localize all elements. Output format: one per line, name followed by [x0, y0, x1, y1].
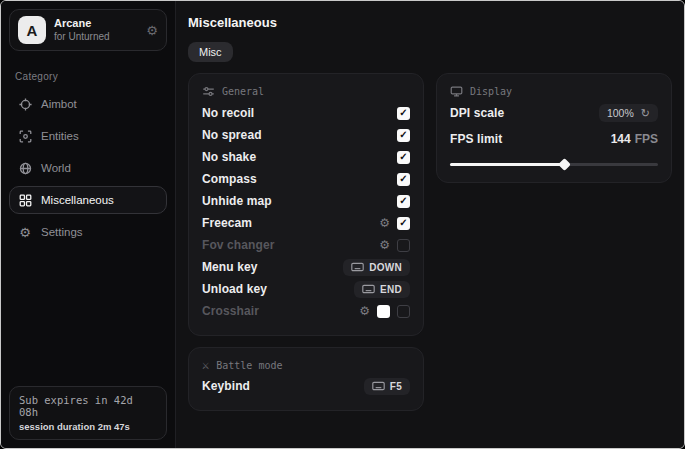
color-swatch[interactable] [377, 305, 390, 318]
sidebar-nav: Aimbot Entities World Miscellaneous [1, 88, 175, 248]
tab-misc[interactable]: Misc [188, 42, 233, 62]
keybind-value: F5 [390, 381, 402, 392]
swords-icon: ⚔ [202, 359, 209, 371]
category-label: Category [15, 71, 161, 82]
display-panel-header: Display [450, 85, 658, 98]
setting-row-fps-limit: FPS limit 144FPS [450, 128, 658, 150]
sidebar-item-label: Entities [41, 130, 79, 142]
app-title: Arcane [54, 17, 138, 30]
dpi-scale-value: 100% [607, 107, 634, 119]
fps-limit-slider[interactable] [450, 159, 658, 169]
slider-fill [450, 163, 564, 166]
setting-row-no-spread: No spread [202, 124, 410, 146]
left-column: General No recoil No spread No shake [188, 73, 424, 411]
sidebar-item-world[interactable]: World [9, 154, 167, 182]
setting-label: Unhide map [202, 194, 272, 208]
setting-label: No recoil [202, 106, 254, 120]
battle-mode-panel-header: ⚔ Battle mode [202, 359, 410, 371]
setting-label: Menu key [202, 260, 258, 274]
keyboard-icon [351, 262, 364, 272]
sidebar: A Arcane for Unturned ⚙ Category Aimbot … [1, 1, 176, 448]
keybind-button[interactable]: F5 [364, 378, 410, 395]
setting-row-freecam: Freecam ⚙ [202, 212, 410, 234]
grid-icon [18, 193, 32, 207]
setting-row-no-shake: No shake [202, 146, 410, 168]
reset-icon[interactable]: ↻ [641, 108, 650, 119]
setting-label: No spread [202, 128, 262, 142]
entities-scan-icon [18, 129, 32, 143]
sub-expires-text: Sub expires in 42d 08h [19, 394, 157, 418]
gear-icon[interactable]: ⚙ [359, 305, 370, 317]
fps-limit-unit: FPS [635, 132, 658, 146]
keyboard-icon [372, 381, 385, 391]
right-column: Display DPI scale 100% ↻ FPS limit [436, 73, 672, 183]
setting-row-keybind: Keybind F5 [202, 375, 410, 397]
checkbox[interactable] [397, 305, 410, 318]
setting-row-dpi-scale: DPI scale 100% ↻ [450, 102, 658, 124]
general-panel: General No recoil No spread No shake [188, 73, 424, 336]
keybind-button[interactable]: END [354, 281, 410, 298]
setting-row-no-recoil: No recoil [202, 102, 410, 124]
setting-label: Fov changer [202, 238, 274, 252]
checkbox[interactable] [397, 129, 410, 142]
checkbox[interactable] [397, 195, 410, 208]
sidebar-item-label: World [41, 162, 71, 174]
panel-header-label: Battle mode [216, 360, 282, 371]
sidebar-item-settings[interactable]: ⚙ Settings [9, 218, 167, 246]
sliders-icon [202, 85, 215, 98]
slider-handle[interactable] [559, 158, 572, 171]
globe-icon [18, 161, 32, 175]
panels-area: General No recoil No spread No shake [188, 73, 672, 411]
setting-label: Keybind [202, 379, 250, 393]
checkbox[interactable] [397, 173, 410, 186]
general-panel-header: General [202, 85, 410, 98]
setting-label: Compass [202, 172, 257, 186]
sidebar-item-label: Aimbot [41, 98, 77, 110]
gear-icon: ⚙ [18, 225, 32, 239]
main-content: Miscellaneous Misc General No recoil [176, 1, 684, 448]
sidebar-item-label: Settings [41, 226, 83, 238]
keybind-value: DOWN [369, 262, 402, 273]
setting-row-compass: Compass [202, 168, 410, 190]
setting-row-fov-changer: Fov changer ⚙ [202, 234, 410, 256]
fps-limit-number: 144 [611, 132, 631, 146]
sidebar-item-aimbot[interactable]: Aimbot [9, 90, 167, 118]
session-duration-text: session duration 2m 47s [19, 421, 157, 432]
app-subtitle: for Unturned [54, 31, 138, 43]
setting-row-unload-key: Unload key END [202, 278, 410, 300]
crosshair-icon [18, 97, 32, 111]
logo-text: Arcane for Unturned [54, 17, 138, 42]
setting-row-crosshair: Crosshair ⚙ [202, 300, 410, 322]
app-window: A Arcane for Unturned ⚙ Category Aimbot … [0, 0, 685, 449]
sidebar-item-entities[interactable]: Entities [9, 122, 167, 150]
checkbox[interactable] [397, 107, 410, 120]
gear-icon[interactable]: ⚙ [379, 239, 390, 251]
sidebar-item-label: Miscellaneous [41, 194, 114, 206]
gear-icon[interactable]: ⚙ [146, 24, 158, 37]
tab-bar: Misc [188, 42, 672, 62]
keybind-value: END [380, 284, 402, 295]
setting-label: FPS limit [450, 132, 502, 146]
monitor-icon [450, 85, 463, 98]
setting-label: Unload key [202, 282, 267, 296]
panel-header-label: Display [470, 86, 512, 97]
sidebar-item-miscellaneous[interactable]: Miscellaneous [9, 186, 167, 214]
checkbox[interactable] [397, 151, 410, 164]
checkbox[interactable] [397, 239, 410, 252]
display-panel: Display DPI scale 100% ↻ FPS limit [436, 73, 672, 183]
logo-card: A Arcane for Unturned ⚙ [9, 9, 167, 51]
panel-header-label: General [222, 86, 264, 97]
setting-label: Freecam [202, 216, 252, 230]
checkbox[interactable] [397, 217, 410, 230]
app-avatar: A [18, 16, 46, 44]
dpi-scale-value-button[interactable]: 100% ↻ [599, 104, 658, 122]
keybind-button[interactable]: DOWN [343, 259, 410, 276]
setting-row-unhide-map: Unhide map [202, 190, 410, 212]
gear-icon[interactable]: ⚙ [379, 217, 390, 229]
setting-label: No shake [202, 150, 256, 164]
fps-limit-value: 144FPS [611, 132, 658, 146]
keyboard-icon [362, 284, 375, 294]
battle-mode-panel: ⚔ Battle mode Keybind F5 [188, 347, 424, 411]
setting-label: Crosshair [202, 304, 259, 318]
setting-label: DPI scale [450, 106, 504, 120]
